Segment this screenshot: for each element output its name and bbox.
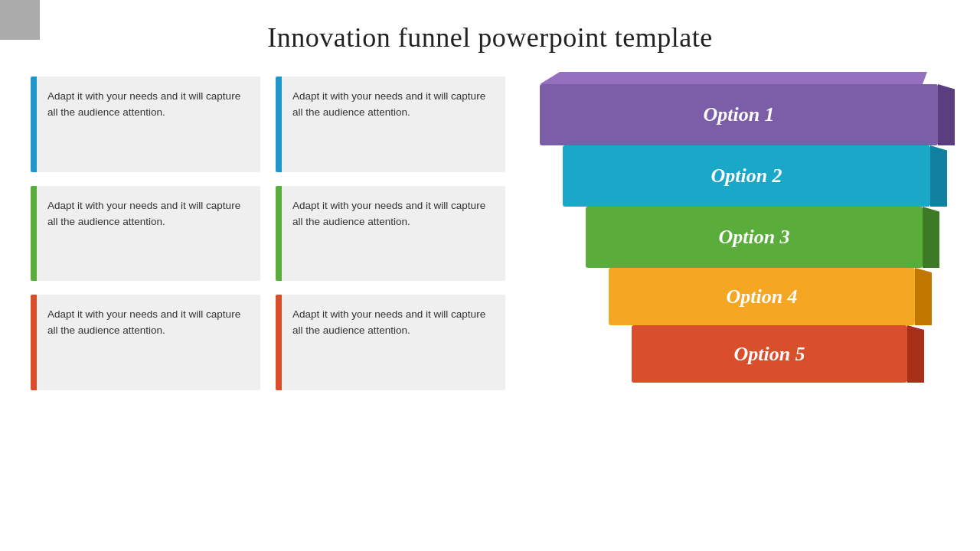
text-box-3: Adapt it with your needs and it will cap… bbox=[31, 186, 260, 282]
accent-bar-4 bbox=[276, 186, 282, 282]
funnel-area: Option 1 Option 2 Option 3 Option 4 Opti… bbox=[505, 77, 957, 390]
text-box-5: Adapt it with your needs and it will cap… bbox=[31, 295, 260, 390]
funnel-label-4: Option 4 bbox=[726, 285, 797, 308]
text-box-4: Adapt it with your needs and it will cap… bbox=[276, 186, 505, 282]
funnel-label-2: Option 2 bbox=[710, 165, 782, 187]
text-box-1-content: Adapt it with your needs and it will cap… bbox=[37, 77, 260, 172]
text-box-4-content: Adapt it with your needs and it will cap… bbox=[282, 186, 505, 282]
text-box-2-content: Adapt it with your needs and it will cap… bbox=[282, 77, 505, 172]
text-box-3-content: Adapt it with your needs and it will cap… bbox=[37, 186, 260, 282]
accent-bar-1 bbox=[31, 77, 37, 172]
funnel-block-1: Option 1 bbox=[540, 84, 938, 145]
text-box-6-content: Adapt it with your needs and it will cap… bbox=[282, 295, 505, 390]
accent-bar-6 bbox=[276, 295, 282, 390]
funnel-label-1: Option 1 bbox=[703, 103, 774, 126]
accent-bar-3 bbox=[31, 186, 37, 282]
funnel-block-4: Option 4 bbox=[609, 268, 915, 325]
funnel-label-5: Option 5 bbox=[733, 343, 805, 366]
accent-bar-5 bbox=[31, 295, 37, 390]
text-box-2: Adapt it with your needs and it will cap… bbox=[276, 77, 505, 172]
corner-decoration bbox=[0, 0, 40, 40]
text-box-5-content: Adapt it with your needs and it will cap… bbox=[37, 295, 260, 390]
text-box-1: Adapt it with your needs and it will cap… bbox=[31, 77, 260, 172]
funnel-block-3: Option 3 bbox=[586, 207, 923, 268]
funnel-label-3: Option 3 bbox=[718, 226, 789, 249]
funnel-container: Option 1 Option 2 Option 3 Option 4 Opti… bbox=[540, 84, 938, 383]
funnel-block-2: Option 2 bbox=[563, 145, 930, 207]
content-area: Adapt it with your needs and it will cap… bbox=[0, 61, 980, 398]
page-title: Innovation funnel powerpoint template bbox=[0, 0, 980, 61]
funnel-block-5: Option 5 bbox=[632, 325, 907, 383]
text-box-6: Adapt it with your needs and it will cap… bbox=[276, 295, 505, 390]
accent-bar-2 bbox=[276, 77, 282, 172]
text-boxes-grid: Adapt it with your needs and it will cap… bbox=[31, 77, 505, 390]
